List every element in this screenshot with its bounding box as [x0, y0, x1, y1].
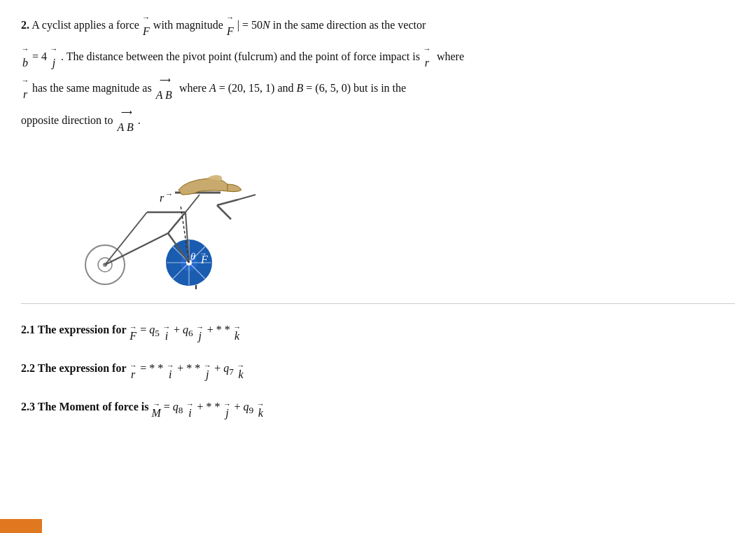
- intro-text: A cyclist applies a force: [31, 19, 142, 31]
- svg-line-16: [217, 205, 231, 219]
- i-unit-2-1: → i: [162, 324, 171, 342]
- svg-text:→: →: [200, 249, 207, 258]
- bicycle-diagram: r → θ F →: [77, 149, 273, 289]
- problem-block: 2. A cyclist applies a force → F with ma…: [21, 14, 735, 420]
- magnitude-text: with magnitude: [153, 19, 223, 31]
- r-vector-2: → r: [21, 77, 29, 106]
- F-abs-vector: → F: [226, 14, 234, 43]
- k-unit-2-2: → k: [237, 362, 245, 381]
- bottom-bar: [0, 519, 42, 533]
- section-2-3-label: 2.3 The Moment of force is: [21, 401, 151, 413]
- problem-number: 2.: [21, 19, 29, 31]
- svg-line-10: [105, 233, 168, 265]
- problem-line-4: opposite direction to ⟶ A B .: [21, 109, 735, 139]
- section-divider: [21, 303, 735, 304]
- section-2-1: 2.1 The expression for → F = q5 → i + q6…: [21, 324, 735, 342]
- section-2-2-label: 2.2 The expression for: [21, 362, 129, 374]
- section-2-2: 2.2 The expression for → r = * * → i + *…: [21, 362, 735, 381]
- svg-line-15: [105, 212, 147, 265]
- svg-text:→: →: [165, 190, 173, 198]
- AB-vector-2: ⟶ A B: [118, 109, 134, 139]
- svg-line-19: [186, 195, 200, 212]
- i-unit-2-2: → i: [166, 362, 174, 381]
- j-unit-2-1: → j: [196, 324, 204, 342]
- section-2-1-label: 2.1 The expression for: [21, 324, 129, 335]
- r-vector-2-2: → r: [129, 362, 137, 381]
- j-vector: → j: [50, 46, 58, 74]
- j-unit-2-2: → j: [203, 362, 211, 381]
- section-2-3: 2.3 The Moment of force is → M = q8 → i …: [21, 401, 735, 420]
- i-unit-2-3: → i: [186, 401, 195, 420]
- svg-text:r: r: [160, 192, 164, 204]
- F-vector: → F: [142, 14, 150, 43]
- problem-line-3: → r has the same magnitude as ⟶ A B wher…: [21, 77, 735, 106]
- diagram-area: r → θ F →: [77, 149, 273, 289]
- problem-line-1: 2. A cyclist applies a force → F with ma…: [21, 14, 735, 43]
- same-direction-text: in the same direction as the vector: [273, 19, 426, 31]
- problem-line-2: → b = 4 → j . The distance between the p…: [21, 46, 735, 74]
- svg-line-18: [238, 195, 255, 200]
- k-unit-2-1: → k: [233, 324, 241, 342]
- b-vector: → b: [21, 46, 29, 74]
- F-vector-2-1: → F: [129, 324, 137, 342]
- AB-vector: ⟶ A B: [156, 77, 172, 106]
- M-vector-2-3: → M: [151, 401, 160, 420]
- svg-text:θ: θ: [190, 251, 196, 262]
- svg-line-17: [217, 200, 238, 205]
- r-vector-1: → r: [423, 46, 431, 74]
- k-unit-2-3: → k: [256, 401, 265, 420]
- j-unit-2-3: → j: [223, 401, 232, 420]
